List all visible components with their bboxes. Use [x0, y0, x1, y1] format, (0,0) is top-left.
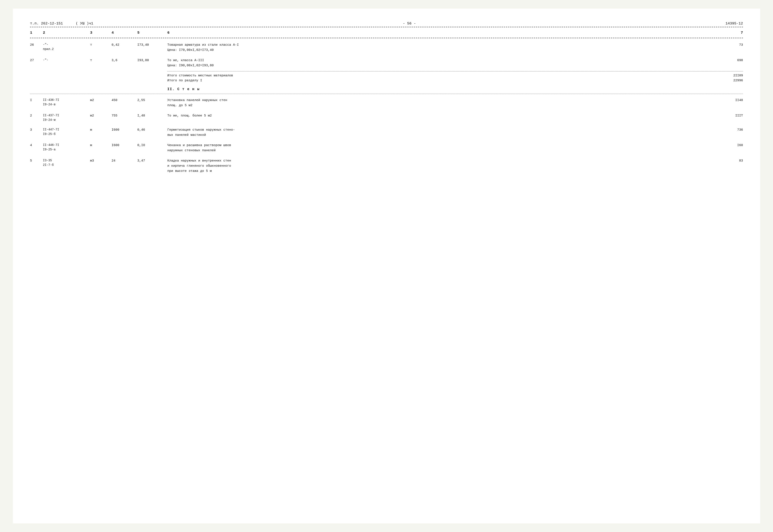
row-desc: Кладка наружных и внутренних стени кирпи… — [167, 158, 717, 174]
table-row: 3 II-447-7II9-25-б м I600 0,46 Герметиза… — [30, 124, 743, 140]
row-unit: м — [90, 143, 112, 148]
row-qty: I600 — [112, 143, 137, 148]
row-code: -"-прил.2 — [43, 42, 90, 51]
row-price: I93,80 — [137, 58, 167, 63]
row-num: 5 — [30, 158, 43, 163]
row-desc: Товарная арматура из стали класса А-IЦен… — [167, 42, 717, 53]
row-price: 0,IO — [137, 143, 167, 148]
col-header-5: 5 — [137, 31, 167, 35]
row-price: 3,47 — [137, 158, 167, 163]
col-header-1: 1 — [30, 31, 43, 35]
col-header-7: 7 — [717, 31, 743, 35]
table-row: 2 II-437-7II9-24-м м2 755 I,48 То же, пл… — [30, 110, 743, 124]
summary-value: 22996 — [717, 79, 743, 82]
row-qty: 755 — [112, 113, 137, 118]
row-code: II-446-7II9-25-а — [43, 143, 90, 152]
table-row: 5 I3-352I-7-б м3 24 3,47 Кладка наружных… — [30, 155, 743, 176]
row-total: IIIT — [717, 113, 743, 118]
row-price: 2,55 — [137, 98, 167, 103]
row-qty: 24 — [112, 158, 137, 163]
col-header-6: 6 — [167, 31, 717, 35]
row-code: I3-352I-7-б — [43, 158, 90, 167]
page-number: - 56 - — [403, 21, 416, 26]
row-num: 26 — [30, 42, 43, 47]
row-qty: 0,42 — [112, 42, 137, 47]
header-separator — [30, 27, 743, 27]
row-code: II-436-7II9-24-в — [43, 98, 90, 107]
row-total: 83 — [717, 158, 743, 163]
summary-label: Итого стоимость местных материалов — [167, 74, 717, 77]
row-price: 0,46 — [137, 127, 167, 132]
row-qty: 3,6 — [112, 58, 137, 63]
row-unit: м2 — [90, 113, 112, 118]
row-total: II48 — [717, 98, 743, 103]
middle-ref: ( УШ )ч1 — [76, 21, 93, 26]
col-header-4: 4 — [112, 31, 137, 35]
row-price: I,48 — [137, 113, 167, 118]
row-unit: т — [90, 58, 112, 63]
row-num: 27 — [30, 58, 43, 63]
section-separator — [30, 94, 743, 94]
summary-row: Итого стоимость местных материалов 2II09 — [167, 73, 743, 78]
page: т.п. 262-12-151 ( УШ )ч1 - 56 - 14395·12… — [13, 9, 760, 523]
row-unit: м2 — [90, 98, 112, 103]
header: т.п. 262-12-151 ( УШ )ч1 - 56 - 14395·12 — [30, 21, 743, 26]
summary-row: Итого по разделу I 22996 — [167, 78, 743, 83]
table-row: 27 -"- т 3,6 I93,80 То же, класса А-IIIЦ… — [30, 55, 743, 70]
col-header-separator — [30, 38, 743, 38]
right-ref: 14395·12 — [725, 21, 743, 26]
table-row: 26 -"-прил.2 т 0,42 I73,40 Товарная арма… — [30, 39, 743, 55]
row-desc: То же, площ. более 5 м2 — [167, 113, 717, 118]
summary-label: Итого по разделу I — [167, 79, 717, 82]
column-headers: 1 2 3 4 5 6 7 — [30, 29, 743, 36]
row-code: -"- — [43, 58, 90, 62]
row-qty: 450 — [112, 98, 137, 103]
row-total: 73 — [717, 42, 743, 47]
col-header-3: 3 — [90, 31, 112, 35]
row-desc: Установка панелей наружных стенплощ. до … — [167, 98, 717, 108]
row-unit: м3 — [90, 158, 112, 163]
row-num: 2 — [30, 113, 43, 118]
col-header-2: 2 — [43, 31, 90, 35]
row-code: II-437-7II9-24-м — [43, 113, 90, 122]
row-num: 4 — [30, 143, 43, 148]
row-unit: м — [90, 127, 112, 132]
row-total: 698 — [717, 58, 743, 63]
left-ref: т.п. 262-12-151 — [30, 21, 63, 26]
summary-block: Итого стоимость местных материалов 2II09… — [167, 73, 743, 83]
row-total: 736 — [717, 127, 743, 132]
table-row: I II-436-7II9-24-в м2 450 2,55 Установка… — [30, 95, 743, 110]
row-num: I — [30, 98, 43, 103]
table-row: 4 II-446-7II9-25-а м I600 0,IO Чеканка и… — [30, 140, 743, 155]
row-desc: Герметизация стыков наружных стено-вых п… — [167, 127, 717, 138]
row-price: I73,40 — [137, 42, 167, 47]
row-num: 3 — [30, 127, 43, 132]
row-desc: Чеканка и расшивка раствором швовнаружны… — [167, 143, 717, 153]
row-qty: I600 — [112, 127, 137, 132]
row-desc: То же, класса А-IIIЦена: I90,00хI,02=I93… — [167, 58, 717, 68]
row-total: I60 — [717, 143, 743, 148]
summary-value: 2II09 — [717, 74, 743, 77]
header-left: т.п. 262-12-151 ( УШ )ч1 — [30, 21, 93, 26]
row-unit: т — [90, 42, 112, 47]
section-title: II. С т е н ы — [167, 85, 743, 93]
row-code: II-447-7II9-25-б — [43, 127, 90, 136]
